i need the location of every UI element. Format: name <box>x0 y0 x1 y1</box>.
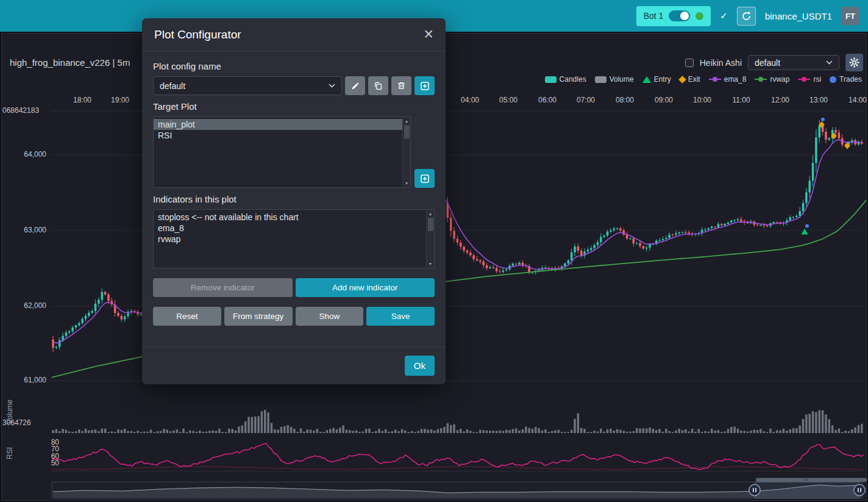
ema_8-legend-marker <box>709 76 721 83</box>
from-strategy-button[interactable]: From strategy <box>224 307 293 326</box>
pencil-icon <box>351 82 360 90</box>
plus-square-icon <box>420 81 430 91</box>
legend-label: rsi <box>813 75 821 84</box>
chevron-down-icon <box>826 60 833 65</box>
indicator-list[interactable]: stoploss <-- not available in this chart… <box>153 209 435 268</box>
gear-icon <box>849 57 859 68</box>
plot-config-select-value: default <box>755 58 780 68</box>
app-root: 06864218364,00063,00062,00061,0003064726… <box>0 0 868 502</box>
plot-config-name-row: default <box>153 76 435 95</box>
bot-name: binance_USDT1 <box>765 11 832 21</box>
legend-label: Trades <box>839 75 862 84</box>
legend-label: Candles <box>560 75 586 84</box>
legend-item-volume[interactable]: Volume <box>595 75 634 84</box>
indicator-actions-row: Remove indicator Add new indicator <box>153 278 435 297</box>
save-button[interactable]: Save <box>366 307 435 326</box>
plot-config-select[interactable]: default <box>748 55 839 70</box>
remove-indicator-button[interactable]: Remove indicator <box>153 278 293 297</box>
chevron-down-icon <box>329 84 335 88</box>
indicators-label: Indicators in this plot <box>153 194 435 204</box>
scrollbar-thumb[interactable] <box>428 218 433 231</box>
plus-square-icon <box>420 174 430 184</box>
exit-legend-marker <box>678 76 686 84</box>
legend-label: rvwap <box>770 75 789 84</box>
legend-item-rvwap[interactable]: rvwap <box>755 75 789 84</box>
duplicate-config-button[interactable] <box>368 76 388 95</box>
target-plot-item[interactable]: RSI <box>154 130 402 141</box>
delete-config-button[interactable] <box>391 76 411 95</box>
scrollbar[interactable]: ▲ ▼ <box>402 117 410 187</box>
scroll-up-icon[interactable]: ▲ <box>405 118 409 124</box>
freqtrade-logo[interactable]: FT <box>841 7 859 25</box>
legend-item-entry[interactable]: Entry <box>642 75 671 84</box>
volume-legend-marker <box>595 76 607 83</box>
heikin-ashi-checkbox[interactable] <box>685 59 694 67</box>
config-actions-row: Reset From strategy Show Save <box>153 307 435 326</box>
legend-label: Entry <box>654 75 671 84</box>
bot-online-dot <box>695 12 703 20</box>
add-config-button[interactable] <box>414 76 435 95</box>
target-plot-list[interactable]: main_plotRSI ▲ ▼ <box>153 117 411 188</box>
legend-label: Exit <box>688 75 700 84</box>
show-button[interactable]: Show <box>296 307 364 326</box>
legend-item-candles[interactable]: Candles <box>545 75 586 84</box>
indicator-item[interactable]: rvwap <box>154 234 426 245</box>
modal-header: Plot Configurator × <box>142 18 446 51</box>
modal-footer: Ok <box>142 346 446 384</box>
check-icon: ✓ <box>720 10 728 21</box>
toggle-knob <box>680 12 689 20</box>
legend-item-exit[interactable]: Exit <box>680 75 700 84</box>
rvwap-legend-marker <box>755 76 767 83</box>
indicator-item[interactable]: ema_8 <box>154 223 426 234</box>
refresh-button[interactable] <box>737 7 756 26</box>
trash-icon <box>397 81 406 90</box>
legend-label: ema_8 <box>724 75 747 84</box>
add-new-indicator-button[interactable]: Add new indicator <box>296 278 435 297</box>
target-plot-label: Target Plot <box>153 101 435 112</box>
legend-item-trades[interactable]: Trades <box>830 75 862 84</box>
plot-config-name-label: Plot config name <box>153 61 435 71</box>
plot-settings-button[interactable] <box>845 54 863 71</box>
ok-button[interactable]: Ok <box>405 356 435 376</box>
add-target-plot-button[interactable] <box>414 169 435 188</box>
close-icon[interactable]: × <box>424 26 433 43</box>
plot-configurator-modal: Plot Configurator × Plot config name def… <box>142 18 446 384</box>
heikin-ashi-label: Heikin Ashi <box>700 58 742 68</box>
rsi-legend-marker <box>798 76 810 83</box>
reset-button[interactable]: Reset <box>153 307 221 326</box>
plot-config-name-value: default <box>160 81 185 91</box>
legend-item-rsi[interactable]: rsi <box>798 75 821 84</box>
legend-item-ema-8[interactable]: ema_8 <box>709 75 747 84</box>
modal-body: Plot config name default <box>142 51 446 346</box>
edit-config-button[interactable] <box>345 76 365 95</box>
candles-legend-marker <box>545 76 557 83</box>
scrollbar-thumb[interactable] <box>404 125 410 138</box>
scroll-up-icon[interactable]: ▲ <box>429 210 433 217</box>
bot-selector[interactable]: Bot 1 <box>636 6 711 26</box>
trades-legend-marker <box>830 76 836 83</box>
bot-toggle[interactable] <box>669 10 690 21</box>
chart-controls: Heikin Ashi default <box>685 54 863 71</box>
scroll-down-icon[interactable]: ▼ <box>405 180 409 187</box>
entry-legend-marker <box>642 76 651 83</box>
refresh-icon <box>741 11 752 21</box>
scrollbar[interactable]: ▲ ▼ <box>426 210 434 268</box>
modal-title: Plot Configurator <box>154 28 241 41</box>
indicator-item[interactable]: stoploss <-- not available in this chart <box>154 212 426 223</box>
target-plot-row: main_plotRSI ▲ ▼ <box>153 117 435 188</box>
plot-config-name-select[interactable]: default <box>153 76 342 95</box>
chart-title: high_frog_binance_v226 | 5m <box>10 57 130 68</box>
copy-icon <box>374 81 383 90</box>
legend-label: Volume <box>610 75 634 84</box>
target-plot-item[interactable]: main_plot <box>154 119 402 130</box>
scroll-down-icon[interactable]: ▼ <box>429 260 433 267</box>
chart-legend: CandlesVolumeEntryExitema_8rvwaprsiTrade… <box>545 75 862 84</box>
bot-label: Bot 1 <box>644 11 664 21</box>
